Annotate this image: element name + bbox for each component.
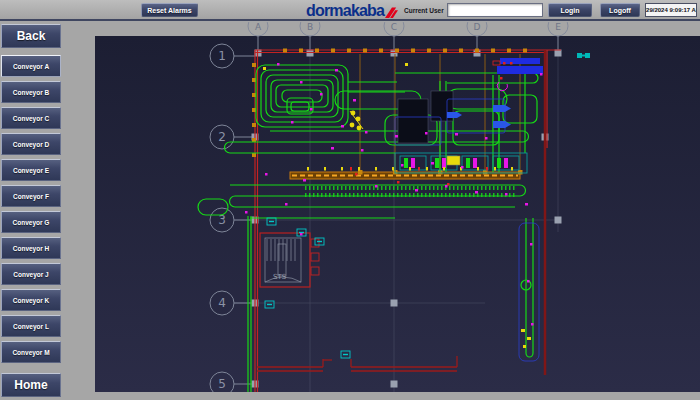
sidebar: Back Conveyor A Conveyor B Conveyor C Co… [0, 22, 62, 400]
sidebar-item-conveyor-k[interactable]: Conveyor K [1, 289, 61, 311]
sidebar-item-conveyor-c[interactable]: Conveyor C [1, 107, 61, 129]
sidebar-item-conveyor-j[interactable]: Conveyor J [1, 263, 61, 285]
plan-background [95, 36, 700, 392]
stairwell-label: STS [273, 273, 287, 281]
sidebar-item-conveyor-g[interactable]: Conveyor G [1, 211, 61, 233]
svg-text:1: 1 [218, 49, 226, 63]
svg-text:A: A [255, 22, 262, 32]
floorplan-canvas: 1 2 3 4 5 A B C D E [95, 22, 700, 392]
floorplan-view: 1 2 3 4 5 A B C D E [95, 22, 700, 392]
svg-text:5: 5 [218, 377, 226, 391]
home-button[interactable]: Home [1, 373, 61, 397]
sidebar-item-conveyor-m[interactable]: Conveyor M [1, 341, 61, 363]
sidebar-item-conveyor-b[interactable]: Conveyor B [1, 81, 61, 103]
sidebar-item-conveyor-e[interactable]: Conveyor E [1, 159, 61, 181]
sidebar-item-conveyor-a[interactable]: Conveyor A [1, 55, 61, 77]
dormakaba-logo: dormakaba [306, 1, 398, 20]
back-button[interactable]: Back [1, 24, 61, 48]
sidebar-item-conveyor-h[interactable]: Conveyor H [1, 237, 61, 259]
conveyor-nav-list: Conveyor A Conveyor B Conveyor C Conveyo… [1, 51, 61, 363]
current-user-label: Current User [404, 7, 444, 14]
sidebar-item-conveyor-f[interactable]: Conveyor F [1, 185, 61, 207]
logo-text: dormakaba [306, 2, 384, 20]
svg-text:2: 2 [218, 130, 226, 144]
svg-text:D: D [474, 22, 481, 32]
current-user-input[interactable] [447, 3, 543, 17]
svg-text:4: 4 [218, 296, 226, 310]
svg-text:B: B [307, 22, 313, 32]
reset-alarms-button[interactable]: Reset Alarms [141, 3, 198, 17]
sidebar-item-conveyor-l[interactable]: Conveyor L [1, 315, 61, 337]
hmi-app: Reset Alarms dormakaba Current User Logi… [0, 0, 700, 400]
datetime-display: 2/29/2024 9:09:17 AM [645, 3, 697, 17]
logo-chevron-icon [385, 6, 398, 19]
logoff-button[interactable]: Logoff [600, 3, 640, 17]
topbar: Reset Alarms dormakaba Current User Logi… [0, 0, 700, 21]
sidebar-item-conveyor-d[interactable]: Conveyor D [1, 133, 61, 155]
svg-text:E: E [555, 22, 561, 32]
svg-text:C: C [391, 22, 397, 32]
login-button[interactable]: Login [548, 3, 592, 17]
